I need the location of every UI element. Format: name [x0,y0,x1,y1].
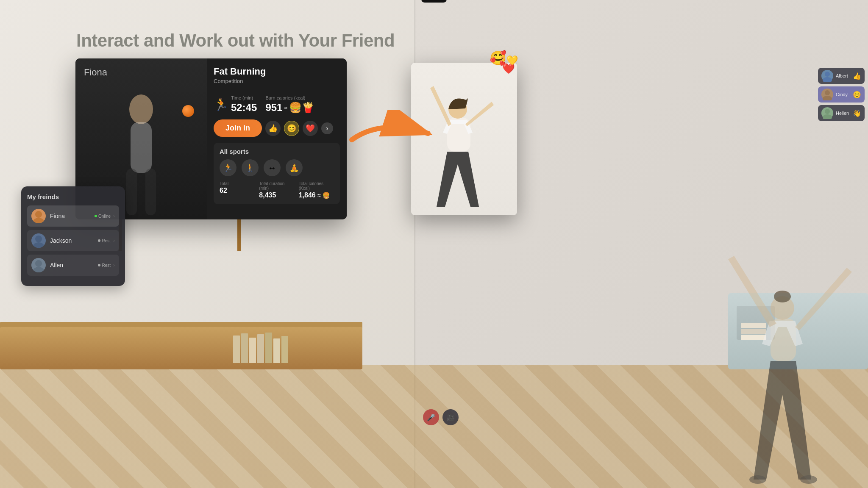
hellen-avatar [821,107,833,119]
svg-point-0 [129,94,153,124]
friend-item-jackson[interactable]: Jackson Rest › [27,230,119,251]
book-2 [241,333,248,363]
albert-name: Albert [836,73,850,78]
svg-point-17 [825,109,830,114]
friend-item-fiona[interactable]: Fiona Online › [27,205,119,227]
book-7 [281,336,288,363]
join-button[interactable]: Join in [214,119,262,137]
friend-name-jackson: Jackson [50,237,98,244]
svg-point-15 [825,90,830,95]
svg-point-22 [749,475,766,484]
cindy-avatar-img [821,89,833,100]
workout-title: Fat Burning [214,66,266,77]
duration-value: 8,435 [259,191,294,199]
online-dot [95,215,97,217]
orange-ball [182,105,194,117]
svg-point-23 [800,475,817,484]
rest-dot-jackson [98,239,100,242]
chevron-icon-jackson: › [113,238,115,244]
friends-title: My freinds [27,193,119,200]
calories2-value: 1,846 ≈ 🍔 [299,191,334,199]
jackson-avatar-img [31,233,46,248]
hellen-reaction: 👋 [853,109,861,117]
all-sports-title: All sports [220,148,334,155]
svg-point-18 [823,114,832,119]
albert-avatar [821,70,833,82]
svg-point-21 [774,291,791,302]
svg-rect-3 [145,169,156,215]
calories-emoji: 🍔🍟 [289,102,314,114]
friends-panel: My freinds Fiona Online › Jackson Rest › [21,186,125,286]
svg-point-9 [33,267,44,272]
runner-icon: 🏃 [214,97,228,111]
svg-point-4 [35,211,42,218]
tv-info-panel: Fat Burning Competition Live 🏃 Time (min… [207,58,347,219]
stats-row: 🏃 Time (min) 52:45 Burn calories (kcal) … [214,95,340,114]
all-sports-section: All sports 🏃 🚶 ↔ 🧘 Total 62 Total durati… [214,143,340,204]
time-label: Time (min) [231,95,257,100]
shelf-unit [0,327,362,369]
tv-controls: 🎤 🎥 [423,409,459,425]
svg-point-13 [825,72,830,77]
camera-button[interactable]: 🎥 [442,409,459,425]
chevron-icon-allen: › [113,262,115,268]
hellen-name: Hellen [836,111,850,116]
total-label: Total [220,181,255,186]
duration-label: Total duration (min) [259,181,294,191]
svg-point-8 [35,260,42,267]
cindy-avatar [821,89,833,100]
sport-icon-stretch[interactable]: ↔ [264,159,281,176]
svg-rect-1 [131,122,152,173]
smiley-btn[interactable]: 😊 [284,121,299,136]
rest-dot-allen [98,264,100,266]
tv-camera [421,0,447,3]
book-1 [233,336,240,363]
book-5 [265,333,272,363]
time-value: 52:45 [231,102,257,114]
calories-label: Burn calories (kcal) [265,95,340,100]
participant-albert: Albert 👍 [818,68,865,84]
friend-status-allen: Rest [98,263,111,268]
cindy-name: Cindy [836,92,850,97]
arrow-graphic [348,110,432,152]
cindy-reaction: 😊 [853,91,861,99]
page-title: Interact and Work out with Your Friend [76,30,395,51]
participant-cindy: Cindy 😊 [818,86,865,103]
hellen-avatar-img [821,107,833,119]
participants-panel: Albert 👍 Cindy 😊 Hellen 👋 [818,68,865,121]
thumbs-up-btn[interactable]: 👍 [265,121,281,136]
calories-value: 951 ≈ 🍔🍟 [265,102,340,114]
friend-status-fiona: Online [95,214,111,219]
fiona-avatar-img [31,209,46,223]
floating-emoji-star: 💛 [506,55,518,66]
friend-avatar-fiona [31,209,46,223]
calories2-label: Total calories (Kcal) [299,181,334,191]
mute-button[interactable]: 🎤 [423,409,439,425]
sport-icon-walk[interactable]: 🚶 [242,159,259,176]
chevron-icon-fiona: › [113,213,115,219]
albert-avatar-img [821,70,833,82]
friend-status-jackson: Rest [98,238,111,243]
book-3 [249,338,256,363]
svg-point-16 [823,96,832,100]
book-6 [273,338,280,363]
svg-point-6 [35,236,42,242]
heart-btn[interactable]: ❤️ [303,121,318,136]
svg-point-14 [823,77,832,82]
sport-icon-run[interactable]: 🏃 [220,159,236,176]
join-section: Join in 👍 😊 ❤️ › [214,119,340,137]
sport-icons-row: 🏃 🚶 ↔ 🧘 [220,159,334,176]
sport-icon-yoga[interactable]: 🧘 [286,159,303,176]
svg-point-7 [33,242,44,248]
friend-item-allen[interactable]: Allen Rest › [27,255,119,276]
allen-avatar-img [31,258,46,272]
workout-subtitle: Competition [214,78,266,84]
book-4 [257,334,264,363]
sports-stats: Total 62 Total duration (min) 8,435 Tota… [220,181,334,199]
albert-reaction: 👍 [853,72,861,80]
fiona-name: Fiona [84,67,107,78]
friend-avatar-allen [31,258,46,272]
yoga-person-bg [720,242,868,488]
svg-point-5 [33,218,44,223]
more-reactions-btn[interactable]: › [321,122,333,134]
